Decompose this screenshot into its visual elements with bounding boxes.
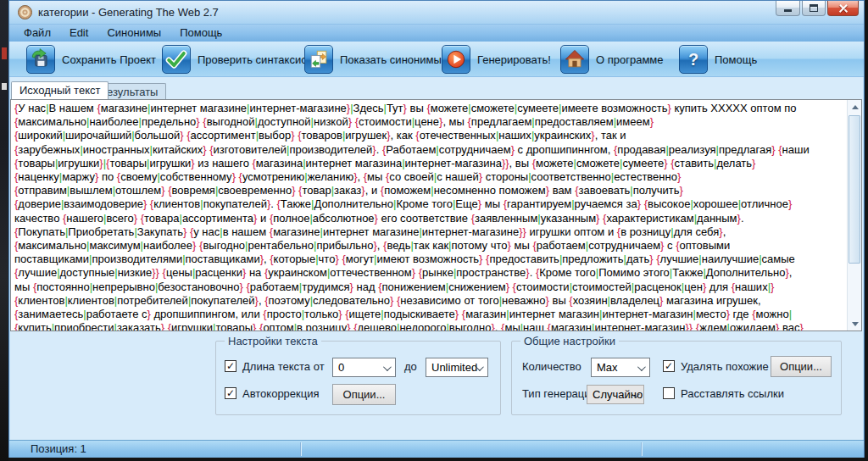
maximize-icon [810, 4, 818, 12]
editor-line: мы {постоянно|непрерывно|безостановочно}… [14, 280, 844, 294]
check-syntax-button[interactable]: Проверить синтаксис [162, 45, 307, 74]
group-title: Общие настройки [520, 335, 619, 347]
editor-line: {клиентов|клиентов|потребителей|покупате… [14, 294, 844, 308]
count-combobox[interactable]: Max [591, 358, 650, 377]
toolbar: Сохранить Проект Проверить синтаксис [9, 42, 864, 77]
minimize-icon [784, 9, 792, 12]
tab-source-text[interactable]: Исходный текст [11, 81, 108, 99]
minimize-button[interactable] [776, 1, 800, 16]
check-syntax-icon [162, 45, 191, 74]
menu-help[interactable]: Помощь [170, 25, 231, 42]
length-label: Длина текста от [242, 360, 325, 373]
count-label: Количество [522, 360, 581, 373]
length-from-combobox[interactable]: 0 [332, 358, 396, 377]
chevron-down-icon [383, 363, 392, 371]
background-artifact [2, 83, 7, 90]
window-title: категории - Generating The Web 2.7 [38, 1, 219, 24]
autocorrect-checkbox[interactable]: ✓ [225, 387, 236, 399]
editor-line: {отправим|вышлем|отошлем} {вовремя|своев… [14, 184, 844, 197]
editor-line: {товары|игрушки}|{товары|игрушки} из наш… [14, 157, 844, 170]
about-icon [560, 45, 589, 74]
toolbar-label: Сохранить Проект [62, 53, 156, 66]
editor-line: {купить|приобрести|заказать} {игрушки|то… [14, 321, 844, 330]
editor-line: {широкий|широчайший|большой} {ассортимен… [14, 129, 844, 142]
synonyms-icon [304, 45, 333, 74]
menu-edit[interactable]: Edit [60, 25, 97, 42]
title-bar[interactable]: категории - Generating The Web 2.7 [9, 1, 864, 25]
generate-icon [442, 45, 470, 74]
general-settings-group: Общие настройки Количество Max ✓ Удалять… [511, 341, 842, 415]
editor-line: {доверие|взаимодоверие} {клиентов|покупа… [14, 197, 844, 211]
editor-line: {максимально|максимум|наиболее} {выгодно… [14, 239, 844, 253]
editor-line: {занимаетесь|работаете с} дропшиппингом,… [14, 308, 844, 321]
autocorrect-options-button[interactable]: Опции... [332, 384, 396, 405]
maximize-button[interactable] [802, 1, 826, 16]
editor-line: качество {нашего|всего} {товара|ассортим… [14, 212, 844, 225]
count-value: Max [597, 361, 618, 374]
menu-synonyms[interactable]: Синонимы [97, 25, 170, 42]
remove-similar-label: Удалять похожие [681, 360, 769, 373]
scroll-down-icon [852, 322, 859, 326]
menu-bar: Файл Edit Синонимы Помощь [9, 25, 864, 42]
toolbar-label: Проверить синтаксис [198, 53, 307, 66]
length-checkbox[interactable]: ✓ [225, 360, 236, 372]
editor-line: {У нас|В нашем {магазине|интернет магази… [14, 102, 844, 115]
editor-line: {наценку|маржу} по {своему|собственному}… [14, 170, 844, 184]
app-window: категории - Generating The Web 2.7 Файл … [8, 0, 865, 458]
toolbar-label: Помощь [715, 53, 757, 66]
toolbar-label: О программе [596, 53, 664, 66]
scroll-up-button[interactable] [848, 100, 862, 114]
scrollbar-thumb[interactable] [849, 115, 860, 264]
background-window-edge [0, 0, 8, 461]
remove-similar-options-button[interactable]: Опции... [771, 356, 832, 377]
length-from-value: 0 [338, 361, 344, 374]
menu-file[interactable]: Файл [14, 25, 60, 42]
gen-type-label: Тип генерации [522, 387, 597, 400]
editor-line: {лучшие|доступные|низкие}} {цены|расценк… [14, 266, 844, 280]
editor-line: {Покупать|Приобретать|Закупать} {у нас|в… [14, 225, 844, 239]
status-divider [641, 442, 642, 456]
save-icon [26, 45, 55, 74]
background-artifact [2, 47, 7, 59]
remove-similar-checkbox[interactable]: ✓ [663, 360, 675, 372]
links-label: Расставлять ссылки [681, 387, 784, 400]
status-divider [300, 442, 301, 456]
help-button[interactable]: ? Помощь [679, 45, 757, 74]
save-project-button[interactable]: Сохранить Проект [26, 45, 156, 74]
editor-line: поставщиками|производителями|поставщикам… [14, 253, 844, 266]
links-checkbox[interactable]: ✓ [663, 387, 675, 399]
generate-button[interactable]: Генерировать! [442, 45, 551, 74]
show-synonyms-button[interactable]: Показать синонимы [304, 45, 442, 74]
toolbar-label: Генерировать! [477, 53, 551, 66]
status-position: Позиция: 1 [31, 441, 86, 458]
chevron-down-icon [637, 363, 646, 371]
help-icon: ? [679, 45, 708, 74]
length-to-combobox[interactable]: Unlimited [426, 358, 488, 377]
editor-line: {максимально|наиболее|предельно} {выгодн… [14, 115, 844, 129]
source-text-editor[interactable]: {У нас|В нашем {магазине|интернет магази… [10, 99, 862, 331]
scroll-up-icon [852, 105, 859, 109]
close-icon [838, 3, 849, 14]
close-button[interactable] [827, 1, 859, 16]
editor-text: {У нас|В нашем {магазине|интернет магази… [14, 102, 844, 330]
app-icon [18, 5, 32, 19]
status-bar: Позиция: 1 [9, 440, 864, 458]
length-to-value: Unlimited [431, 361, 477, 374]
text-settings-group: Настройки текста ✓ Длина текста от 0 до … [215, 341, 501, 415]
gen-type-combobox[interactable]: Случайно [587, 385, 644, 404]
to-label: до [404, 360, 417, 373]
editor-line: {зарубежных|иностранных|китайских} {изго… [14, 143, 844, 157]
vertical-scrollbar[interactable] [847, 100, 861, 330]
toolbar-label: Показать синонимы [340, 53, 442, 66]
group-title: Настройки текста [225, 335, 321, 347]
about-button[interactable]: О программе [560, 45, 664, 74]
scroll-down-button[interactable] [848, 317, 862, 330]
autocorrect-label: Автокоррекция [242, 387, 320, 400]
